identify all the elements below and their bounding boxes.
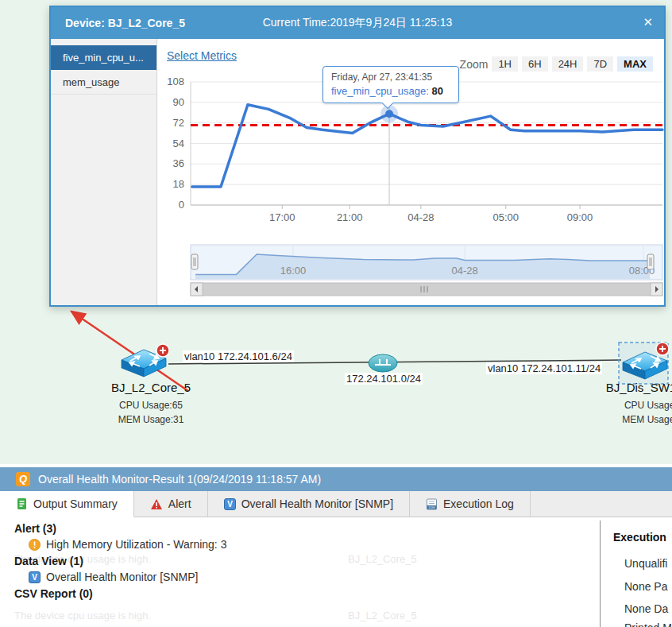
execution-heading: Execution — [613, 531, 666, 544]
alert-section-heading: Alert (3) — [14, 522, 56, 535]
device-metrics-dialog: Device: BJ_L2_Core_5 Current Time:2019年9… — [49, 6, 666, 307]
data-view-icon: V — [29, 571, 41, 583]
svg-text:V: V — [32, 573, 37, 582]
tooltip-value: 80 — [431, 85, 442, 97]
dialog-header[interactable]: Device: BJ_L2_Core_5 Current Time:2019年9… — [51, 7, 664, 39]
warning-icon — [29, 539, 41, 551]
data-view-section-heading: Data View (1) — [14, 555, 83, 567]
tab-execution-log[interactable]: LOG Execution Log — [410, 491, 531, 517]
svg-text:72: 72 — [173, 117, 184, 129]
result-panel-titlebar[interactable]: Q Overall Health Monitor-Result 1(09/24/… — [0, 467, 672, 491]
qapp-icon: Q — [16, 472, 30, 486]
execution-row: Unqualifi — [624, 557, 667, 570]
alert-triangle-icon — [150, 498, 163, 510]
svg-text:108: 108 — [167, 75, 184, 87]
device-icon-bj-dis-sw1[interactable] — [619, 343, 669, 384]
annotation-arrow — [71, 312, 188, 391]
alert-badge-icon — [156, 344, 169, 357]
data-view-icon: V — [224, 498, 236, 510]
svg-text:21:00: 21:00 — [337, 211, 363, 223]
tab-label: Execution Log — [443, 497, 514, 510]
metric-tab-five-min-cpu[interactable]: five_min_cpu_u... — [51, 45, 156, 70]
summary-doc-icon — [16, 497, 28, 510]
tab-label: Output Summary — [33, 497, 118, 510]
svg-text:LOG: LOG — [429, 506, 435, 509]
device-mem-usage: MEM Usage:31 — [91, 414, 210, 425]
interface-label-left: vlan10 172.24.101.6/24 — [183, 350, 294, 362]
svg-text:54: 54 — [173, 137, 184, 149]
interface-label-right: vlan10 172.24.101.11/24 — [486, 362, 602, 374]
svg-text:36: 36 — [173, 157, 184, 169]
chart-area: Select Metrics Zoom 1H 6H 24H 7D MAX 018… — [157, 39, 664, 305]
device-name-bj-l2-core-5[interactable]: BJ_L2_Core_5 — [91, 381, 210, 394]
metric-tab-list: five_min_cpu_u... mem_usage — [51, 39, 157, 305]
execution-row: None Pa — [624, 580, 667, 593]
screen: vlan10 172.24.101.6/24 172.24.101.0/24 v… — [0, 0, 672, 627]
tab-alert[interactable]: Alert — [134, 491, 208, 517]
execution-row: None Da — [624, 602, 668, 615]
tooltip-timestamp: Friday, Apr 27, 23:41:35 — [331, 72, 450, 83]
lan-media-icon[interactable] — [369, 354, 397, 372]
csv-report-section-heading: CSV Report (0) — [14, 587, 93, 600]
result-panel-tabs: Output Summary Alert V Overall Health Mo… — [0, 491, 672, 517]
svg-text:17:00: 17:00 — [269, 211, 295, 223]
svg-text:V: V — [227, 500, 233, 509]
device-mem-usage: MEM Usage:45 — [569, 414, 672, 425]
network-label: 172.24.101.0/24 — [345, 373, 423, 385]
device-name-bj-dis-sw1[interactable]: BJ_Dis_SW1 — [581, 381, 672, 394]
dialog-device-title: Device: BJ_L2_Core_5 — [65, 17, 185, 29]
device-icon-bj-l2-core-5[interactable] — [122, 344, 169, 377]
alert-badge-icon — [656, 343, 669, 355]
svg-text:18: 18 — [173, 178, 184, 190]
svg-text:05:00: 05:00 — [493, 211, 519, 223]
device-cpu-usage: CPU Usage:22 — [569, 400, 672, 411]
chart-tooltip: Friday, Apr 27, 23:41:35 five_min_cpu_us… — [322, 66, 459, 103]
execution-row: Printed M — [624, 621, 672, 627]
tab-label: Overall Health Monitor [SNMP] — [241, 497, 393, 510]
ghost-row: The device cpu usage is high. BJ_L2_Core… — [14, 610, 586, 621]
tab-label: Alert — [168, 497, 191, 510]
svg-text:16:00: 16:00 — [280, 265, 307, 277]
ghost-row: The device cpu usage is high. BJ_L2_Core… — [14, 553, 586, 565]
tab-overall-health-monitor[interactable]: V Overall Health Monitor [SNMP] — [208, 491, 410, 517]
data-view-item-label: Overall Health Monitor [SNMP] — [46, 571, 198, 583]
output-summary-content: The device cpu usage is high. BJ_L2_Core… — [0, 517, 672, 627]
svg-text:90: 90 — [173, 96, 184, 108]
svg-text:04-28: 04-28 — [452, 265, 478, 277]
device-cpu-usage: CPU Usage:65 — [91, 400, 210, 411]
tab-output-summary[interactable]: Output Summary — [0, 491, 134, 517]
svg-text:04-28: 04-28 — [407, 211, 434, 223]
alert-item[interactable]: High Memory Utilization - Warning: 3 — [29, 538, 226, 551]
execution-summary-column: Execution Unqualifi None Pa None Da Prin… — [610, 517, 672, 627]
data-view-item[interactable]: V Overall Health Monitor [SNMP] — [29, 571, 198, 583]
tooltip-series-name: five_min_cpu_usage: — [331, 85, 429, 97]
svg-text:0: 0 — [179, 199, 184, 211]
content-divider — [600, 521, 601, 627]
close-icon[interactable]: ✕ — [643, 15, 653, 29]
svg-text:09:00: 09:00 — [567, 211, 593, 223]
metric-tab-mem-usage[interactable]: mem_usage — [51, 70, 156, 95]
execution-log-icon: LOG — [426, 498, 438, 510]
alert-item-label: High Memory Utilization - Warning: 3 — [46, 538, 226, 551]
result-panel-title: Overall Health Monitor-Result 1(09/24/20… — [38, 473, 321, 486]
